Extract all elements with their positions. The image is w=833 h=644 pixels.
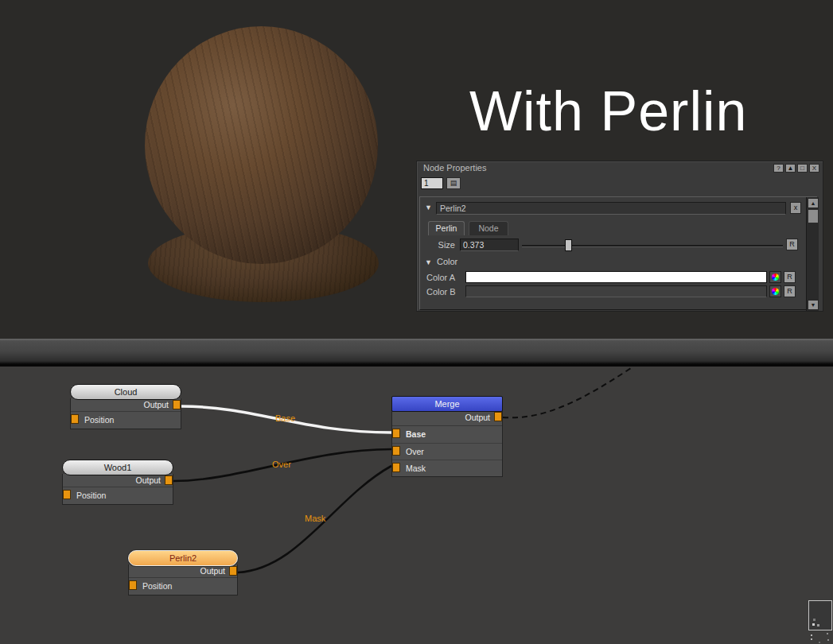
position-port[interactable] (71, 414, 79, 424)
node-wood1: Wood1 Output Position (62, 460, 173, 505)
node-merge-header[interactable]: Merge (391, 396, 503, 412)
output-label: Output (200, 566, 225, 576)
output-row: Output (63, 474, 173, 487)
panel-scrollbar: ▲ ▼ (806, 197, 819, 311)
mask-port[interactable] (392, 463, 400, 472)
node-disclosure-triangle[interactable]: ▼ (425, 204, 432, 211)
color-group-label: Color (437, 257, 457, 266)
color-wheel-icon (772, 274, 779, 281)
node-merge-body: Output Base Over Mask (391, 410, 503, 477)
pane-divider[interactable] (0, 339, 833, 367)
parameters-subpanel: ▼ x Perlin Node Size R ▼ Color Color A R (419, 196, 818, 310)
color-b-reset-button[interactable]: R (784, 285, 796, 297)
color-group-disclosure[interactable]: ▼ (425, 258, 432, 266)
size-label: Size (420, 240, 455, 250)
collapse-button[interactable]: ▲ (785, 164, 796, 173)
node-cloud: Cloud Output Position (70, 384, 181, 429)
position-label: Position (84, 415, 114, 425)
detach-window-button[interactable]: □ (797, 164, 808, 173)
remove-node-button[interactable]: x (790, 202, 801, 214)
position-row: Position (129, 578, 237, 595)
color-b-picker-button[interactable] (769, 285, 781, 297)
output-port[interactable] (173, 400, 181, 409)
output-label: Output (143, 400, 169, 409)
scroll-up-button[interactable]: ▲ (808, 198, 819, 208)
position-label: Position (76, 491, 106, 500)
node-list-button[interactable]: ▤ (446, 177, 461, 189)
base-input-row: Base (392, 426, 502, 443)
color-a-label: Color A (426, 273, 455, 282)
wire-label-mask: Mask (305, 514, 325, 523)
minimap-tick-marks (811, 634, 812, 636)
minimap-node-dots (812, 623, 815, 626)
base-label: Base (406, 429, 426, 439)
page-number-field[interactable] (421, 177, 443, 189)
node-perlin2-header[interactable]: Perlin2 (128, 550, 238, 566)
over-label: Over (406, 447, 424, 456)
color-wheel-icon (772, 288, 779, 295)
size-slider-track[interactable] (522, 245, 783, 247)
position-port[interactable] (129, 580, 137, 590)
size-slider-handle[interactable] (565, 239, 572, 251)
output-port[interactable] (494, 412, 502, 421)
size-reset-button[interactable]: R (786, 239, 798, 250)
node-merge: Merge Output Base Over Mask (391, 396, 503, 477)
node-properties-panel: Node Properties ? ▲ □ X ▤ ▼ x Perlin Nod… (416, 161, 823, 312)
position-label: Position (142, 581, 172, 591)
node-graph-pane: Base Over Mask Cloud Output Position Woo… (0, 367, 833, 644)
navigator-minimap[interactable] (808, 600, 832, 630)
tab-perlin[interactable]: Perlin (428, 221, 465, 235)
output-row: Output (129, 564, 237, 578)
node-wood1-body: Output Position (62, 474, 173, 505)
application-window: With Perlin Node Properties ? ▲ □ X ▤ ▼ … (0, 0, 833, 644)
material-preview-sphere (145, 26, 378, 264)
wire-merge-output-dashed[interactable] (503, 368, 631, 417)
color-b-label: Color B (426, 287, 456, 297)
color-b-swatch[interactable] (465, 285, 767, 297)
caption-title: With Perlin (469, 83, 747, 139)
position-port[interactable] (63, 490, 71, 499)
base-port[interactable] (392, 429, 400, 438)
position-row: Position (63, 487, 173, 504)
scroll-down-button[interactable]: ▼ (808, 300, 819, 310)
panel-title: Node Properties (423, 163, 487, 173)
mask-label: Mask (406, 464, 426, 473)
wire-label-base: Base (275, 413, 295, 423)
over-input-row: Over (392, 443, 502, 460)
close-panel-button[interactable]: X (809, 164, 819, 173)
wire-label-over: Over (272, 460, 291, 469)
node-perlin2: Perlin2 Output Position (128, 550, 238, 596)
output-port[interactable] (229, 566, 237, 576)
color-a-swatch[interactable] (465, 271, 767, 283)
node-cloud-header[interactable]: Cloud (70, 384, 181, 400)
output-label: Output (135, 475, 161, 485)
node-perlin2-body: Output Position (128, 564, 238, 596)
viewer-pane: With Perlin Node Properties ? ▲ □ X ▤ ▼ … (0, 0, 833, 339)
position-row: Position (71, 412, 181, 429)
help-button[interactable]: ? (773, 164, 784, 173)
panel-window-buttons: ? ▲ □ X (773, 164, 819, 173)
color-a-reset-button[interactable]: R (784, 271, 796, 283)
output-port[interactable] (165, 475, 173, 485)
output-row: Output (392, 410, 502, 426)
color-a-picker-button[interactable] (769, 271, 781, 283)
node-name-field[interactable] (436, 202, 786, 215)
output-row: Output (71, 398, 181, 412)
mask-input-row: Mask (392, 460, 502, 476)
size-value-field[interactable] (460, 239, 519, 251)
output-label: Output (465, 413, 490, 422)
over-port[interactable] (392, 446, 400, 456)
scrollbar-thumb[interactable] (808, 209, 819, 223)
tab-node[interactable]: Node (469, 221, 508, 235)
node-cloud-body: Output Position (70, 398, 181, 429)
node-wood1-header[interactable]: Wood1 (62, 460, 173, 475)
